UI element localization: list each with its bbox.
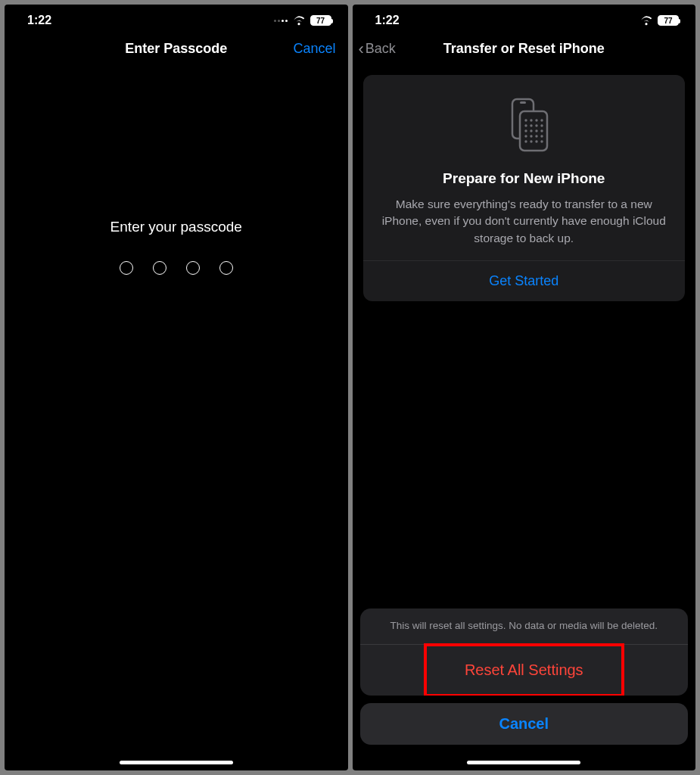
reset-all-settings-button[interactable]: Reset All Settings bbox=[427, 649, 622, 691]
svg-point-5 bbox=[536, 119, 538, 121]
status-bar: 1:22 77 bbox=[5, 5, 348, 30]
home-indicator[interactable] bbox=[120, 761, 233, 764]
svg-point-17 bbox=[536, 135, 538, 137]
cancel-button[interactable]: Cancel bbox=[360, 703, 689, 745]
svg-point-6 bbox=[541, 119, 543, 121]
cancel-button[interactable]: Cancel bbox=[293, 41, 335, 57]
svg-point-21 bbox=[536, 140, 538, 142]
action-sheet-message: This will reset all settings. No data or… bbox=[360, 608, 689, 644]
passcode-dot bbox=[219, 261, 233, 275]
annotation-highlight: Reset All Settings bbox=[424, 643, 625, 696]
devices-icon bbox=[494, 95, 553, 157]
status-time: 1:22 bbox=[375, 14, 400, 27]
svg-point-4 bbox=[530, 119, 533, 121]
passcode-dot bbox=[186, 261, 200, 275]
svg-point-16 bbox=[530, 135, 533, 137]
svg-rect-1 bbox=[520, 101, 526, 104]
svg-point-7 bbox=[525, 124, 527, 126]
svg-point-15 bbox=[525, 135, 527, 137]
passcode-dot bbox=[153, 261, 166, 275]
action-sheet: This will reset all settings. No data or… bbox=[353, 608, 696, 770]
svg-point-9 bbox=[536, 124, 538, 126]
nav-bar: ‹ Back Transfer or Reset iPhone bbox=[353, 30, 696, 67]
svg-point-22 bbox=[541, 140, 543, 142]
status-bar: 1:22 77 bbox=[353, 5, 696, 30]
svg-point-3 bbox=[525, 119, 527, 121]
prepare-description: Make sure everything's ready to transfer… bbox=[377, 196, 672, 247]
passcode-prompt: Enter your passcode bbox=[110, 219, 242, 235]
svg-point-12 bbox=[530, 129, 533, 132]
status-right: 77 bbox=[274, 15, 331, 26]
svg-point-13 bbox=[536, 129, 538, 132]
get-started-button[interactable]: Get Started bbox=[377, 261, 672, 301]
svg-point-14 bbox=[541, 129, 543, 132]
svg-point-10 bbox=[541, 124, 543, 126]
battery-icon: 77 bbox=[310, 15, 331, 26]
page-title: Transfer or Reset iPhone bbox=[443, 41, 605, 57]
battery-icon: 77 bbox=[658, 15, 679, 26]
action-sheet-group: This will reset all settings. No data or… bbox=[360, 608, 689, 696]
svg-point-20 bbox=[530, 140, 533, 142]
status-right: 77 bbox=[639, 15, 679, 26]
home-indicator[interactable] bbox=[467, 761, 580, 764]
back-label: Back bbox=[366, 41, 396, 57]
nav-bar: Enter Passcode Cancel bbox=[5, 30, 348, 67]
svg-point-11 bbox=[525, 129, 527, 132]
svg-point-19 bbox=[525, 140, 527, 142]
screenshot-passcode: 1:22 77 Enter Passcode Cancel Enter your… bbox=[5, 5, 348, 770]
passcode-dots[interactable] bbox=[120, 261, 233, 275]
screenshot-reset: 1:22 77 ‹ Back Transfer or Reset iPhone bbox=[353, 5, 696, 770]
cellular-icon bbox=[274, 20, 288, 22]
passcode-area: Enter your passcode bbox=[5, 67, 348, 770]
page-title: Enter Passcode bbox=[125, 41, 227, 57]
wifi-icon bbox=[292, 16, 306, 26]
svg-point-18 bbox=[541, 135, 543, 137]
svg-point-8 bbox=[530, 124, 533, 126]
status-time: 1:22 bbox=[27, 14, 51, 27]
chevron-left-icon: ‹ bbox=[359, 41, 364, 58]
wifi-icon bbox=[639, 16, 653, 26]
content-area: Prepare for New iPhone Make sure everyth… bbox=[353, 67, 696, 301]
prepare-title: Prepare for New iPhone bbox=[443, 170, 605, 187]
prepare-card: Prepare for New iPhone Make sure everyth… bbox=[363, 75, 686, 301]
back-button[interactable]: ‹ Back bbox=[359, 41, 396, 58]
passcode-dot bbox=[120, 261, 133, 275]
